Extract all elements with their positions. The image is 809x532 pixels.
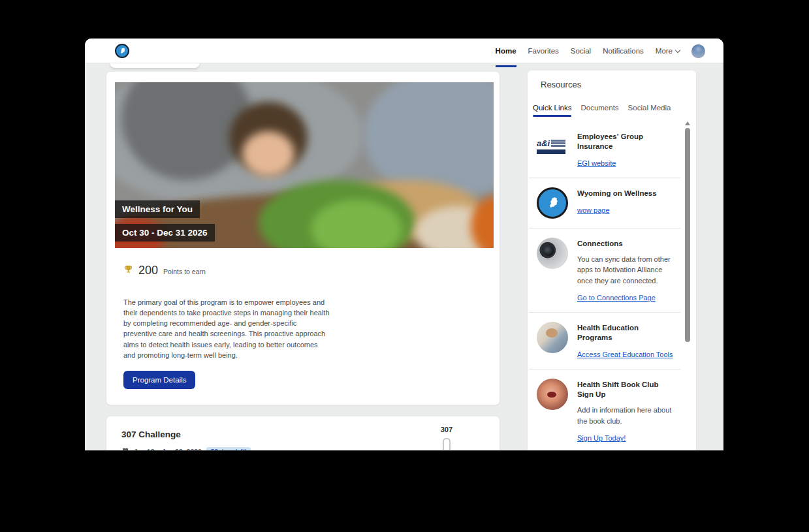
bucking-horse-icon [544,195,561,211]
program-description: The primary goal of this program is to e… [123,297,330,360]
wyoming-logo-icon[interactable] [115,44,129,58]
resource-description: Add in information here about the book c… [577,405,675,426]
nav-home[interactable]: Home [496,39,516,63]
nav-notifications[interactable]: Notifications [603,39,644,63]
resource-body: Wyoming on Wellness wow page [577,187,675,219]
top-navigation-bar: Home Favorites Social Notifications More [85,39,723,63]
book-club-signup-link[interactable]: Sign Up Today! [577,434,626,442]
program-dates-overlay: Oct 30 - Dec 31 2026 [115,224,215,242]
resource-title: Health Education Programs [577,323,675,343]
resources-tabs: Quick Links Documents Social Media [533,104,696,117]
resource-item-book-club: Health Shift Book Club Sign Up Add in in… [529,369,680,450]
days-left-badge: 59 days left! [206,447,251,451]
resource-body: Employees' Group Insurance EGI website [577,131,675,168]
egi-logo: a&i [537,133,568,159]
wyoming-horse-logo [537,187,568,219]
person-with-laptop-photo [537,322,568,353]
points-label: Points to earn [163,268,206,275]
challenge-date-range: Jan 12 – Jan 22, 2026 [134,448,202,450]
resource-body: Health Shift Book Club Sign Up Add in in… [577,379,675,443]
app-window: Home Favorites Social Notifications More… [85,39,723,450]
scroll-up-arrow-icon[interactable] [685,121,690,125]
points-value: 200 [138,264,158,277]
resource-body: Connections You can sync data from other… [577,238,675,303]
challenge-gauge-label: 307 [441,426,452,433]
points-row: 200 Points to earn [123,264,491,277]
egi-logo-text: a&i [537,138,550,148]
tab-quick-links[interactable]: Quick Links [533,104,571,117]
egi-logo-lines [551,140,565,147]
resource-item-health-education: Health Education Programs Access Great E… [529,313,680,369]
resource-description: You can sync data from other apps to Mot… [577,254,675,287]
connections-page-link[interactable]: Go to Connections Page [577,294,656,302]
wellness-program-card: Wellness for You Oct 30 - Dec 31 2026 20… [106,72,500,405]
tab-documents[interactable]: Documents [580,104,618,117]
nav-more[interactable]: More [656,39,680,63]
resources-list: a&i Employees' Group Insurance EGI websi… [528,121,687,450]
bucking-horse-icon [118,46,127,55]
smiling-woman-photo [537,379,568,410]
resources-panel: Resources Quick Links Documents Social M… [528,70,696,450]
smartwatch-photo [537,238,568,269]
hero-image: Wellness for You Oct 30 - Dec 31 2026 [115,82,494,248]
chevron-down-icon [675,47,680,52]
resource-title: Employees' Group Insurance [577,132,675,151]
user-avatar[interactable] [691,44,705,58]
resource-body: Health Education Programs Access Great E… [577,322,675,360]
calendar-icon [121,446,129,450]
education-tools-link[interactable]: Access Great Education Tools [577,351,673,358]
nav-favorites[interactable]: Favorites [528,39,559,63]
challenge-title: 307 Challenge [121,430,484,439]
resource-title: Connections [577,239,675,249]
resource-title: Health Shift Book Club Sign Up [577,380,675,399]
nav-social[interactable]: Social [571,39,591,63]
challenge-meta-row: Jan 12 – Jan 22, 2026 59 days left! [121,446,484,450]
nav-more-label: More [656,47,673,55]
trophy-icon [123,264,133,277]
egi-logo-bar [537,149,565,154]
scrollbar-thumb[interactable] [685,128,690,342]
egi-logo-top: a&i [537,138,568,148]
program-title-overlay: Wellness for You [115,200,200,218]
resource-item-egi: a&i Employees' Group Insurance EGI websi… [529,121,680,178]
resource-title: Wyoming on Wellness [577,189,675,198]
hero-child-face [242,131,294,177]
wow-page-link[interactable]: wow page [577,206,610,214]
challenge-gauge-tube [443,438,451,450]
resources-scrollbar[interactable] [684,121,691,448]
tab-social-media[interactable]: Social Media [628,104,671,117]
program-details-button[interactable]: Program Details [123,371,195,389]
egi-website-link[interactable]: EGI website [577,159,616,167]
challenge-card: 307 Challenge Jan 12 – Jan 22, 2026 59 d… [106,416,500,450]
primary-nav: Home Favorites Social Notifications More [496,39,705,63]
resource-item-wow: Wyoming on Wellness wow page [529,178,680,228]
resources-title: Resources [541,80,696,89]
resource-item-connections: Connections You can sync data from other… [529,228,680,313]
challenge-gauge: 307 [441,426,452,450]
